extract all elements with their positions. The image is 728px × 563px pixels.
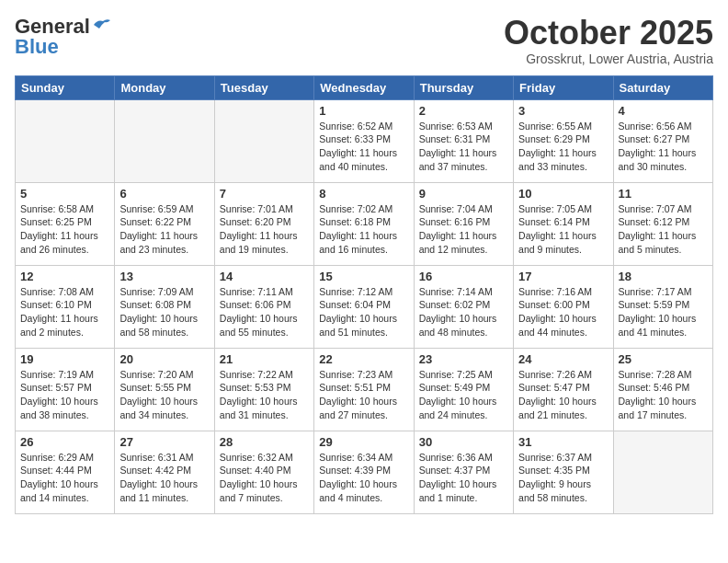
day-info: Sunrise: 6:36 AMSunset: 4:37 PMDaylight:… <box>419 451 508 505</box>
weekday-header-monday: Monday <box>115 75 214 99</box>
day-info: Sunrise: 6:34 AMSunset: 4:39 PMDaylight:… <box>319 451 408 505</box>
day-number: 6 <box>119 187 209 201</box>
day-number: 4 <box>619 104 708 118</box>
day-number: 15 <box>319 270 408 283</box>
day-number: 10 <box>518 187 608 201</box>
day-info: Sunrise: 6:37 AMSunset: 4:35 PMDaylight:… <box>518 451 608 505</box>
day-number: 18 <box>619 270 708 283</box>
day-number: 17 <box>518 270 608 283</box>
day-info: Sunrise: 7:09 AMSunset: 6:08 PMDaylight:… <box>119 285 209 339</box>
calendar-cell: 30Sunrise: 6:36 AMSunset: 4:37 PMDayligh… <box>414 431 513 513</box>
day-info: Sunrise: 6:58 AMSunset: 6:25 PMDaylight:… <box>20 202 109 257</box>
calendar-cell: 29Sunrise: 6:34 AMSunset: 4:39 PMDayligh… <box>314 431 414 513</box>
day-info: Sunrise: 6:56 AMSunset: 6:27 PMDaylight:… <box>619 120 708 174</box>
day-number: 7 <box>220 187 309 201</box>
day-info: Sunrise: 7:11 AMSunset: 6:06 PMDaylight:… <box>220 285 309 339</box>
day-info: Sunrise: 7:20 AMSunset: 5:55 PMDaylight:… <box>119 368 209 422</box>
day-number: 26 <box>20 435 109 449</box>
calendar-cell: 9Sunrise: 7:04 AMSunset: 6:16 PMDaylight… <box>414 182 513 265</box>
weekday-header-tuesday: Tuesday <box>214 75 313 99</box>
week-row-4: 19Sunrise: 7:19 AMSunset: 5:57 PMDayligh… <box>16 348 713 431</box>
week-row-2: 5Sunrise: 6:58 AMSunset: 6:25 PMDaylight… <box>16 182 713 265</box>
calendar-cell: 23Sunrise: 7:25 AMSunset: 5:49 PMDayligh… <box>414 348 513 431</box>
day-number: 22 <box>319 352 408 366</box>
weekday-header-row: SundayMondayTuesdayWednesdayThursdayFrid… <box>16 75 713 99</box>
calendar-cell: 7Sunrise: 7:01 AMSunset: 6:20 PMDaylight… <box>214 182 313 265</box>
logo: General Blue <box>15 15 112 59</box>
calendar-cell: 14Sunrise: 7:11 AMSunset: 6:06 PMDayligh… <box>214 265 313 348</box>
day-info: Sunrise: 6:55 AMSunset: 6:29 PMDaylight:… <box>518 120 608 174</box>
calendar-cell: 31Sunrise: 6:37 AMSunset: 4:35 PMDayligh… <box>514 431 613 513</box>
day-info: Sunrise: 7:25 AMSunset: 5:49 PMDaylight:… <box>419 368 508 422</box>
calendar-cell: 5Sunrise: 6:58 AMSunset: 6:25 PMDaylight… <box>16 182 115 265</box>
calendar-cell: 16Sunrise: 7:14 AMSunset: 6:02 PMDayligh… <box>414 265 513 348</box>
day-number: 14 <box>220 270 309 283</box>
day-info: Sunrise: 7:01 AMSunset: 6:20 PMDaylight:… <box>220 202 309 257</box>
day-number: 8 <box>319 187 408 201</box>
calendar-cell: 26Sunrise: 6:29 AMSunset: 4:44 PMDayligh… <box>16 431 115 513</box>
day-info: Sunrise: 6:32 AMSunset: 4:40 PMDaylight:… <box>220 451 309 505</box>
day-number: 31 <box>518 435 608 449</box>
day-number: 27 <box>119 435 209 449</box>
day-number: 11 <box>619 187 708 201</box>
day-number: 23 <box>419 352 508 366</box>
calendar-cell <box>115 99 214 182</box>
calendar-cell <box>16 99 115 182</box>
day-info: Sunrise: 7:22 AMSunset: 5:53 PMDaylight:… <box>220 368 309 422</box>
day-info: Sunrise: 7:05 AMSunset: 6:14 PMDaylight:… <box>518 202 608 257</box>
weekday-header-sunday: Sunday <box>16 75 115 99</box>
title-section: October 2025 Grosskrut, Lower Austria, A… <box>504 15 713 66</box>
day-info: Sunrise: 7:07 AMSunset: 6:12 PMDaylight:… <box>619 202 708 257</box>
day-info: Sunrise: 6:31 AMSunset: 4:42 PMDaylight:… <box>119 451 209 505</box>
calendar-cell: 22Sunrise: 7:23 AMSunset: 5:51 PMDayligh… <box>314 348 414 431</box>
logo-bird-icon <box>92 17 112 32</box>
calendar-cell: 28Sunrise: 6:32 AMSunset: 4:40 PMDayligh… <box>214 431 313 513</box>
day-number: 13 <box>119 270 209 283</box>
day-info: Sunrise: 7:26 AMSunset: 5:47 PMDaylight:… <box>518 368 608 422</box>
day-info: Sunrise: 6:53 AMSunset: 6:31 PMDaylight:… <box>419 120 508 174</box>
calendar-table: SundayMondayTuesdayWednesdayThursdayFrid… <box>15 75 713 514</box>
calendar-cell: 21Sunrise: 7:22 AMSunset: 5:53 PMDayligh… <box>214 348 313 431</box>
day-info: Sunrise: 7:08 AMSunset: 6:10 PMDaylight:… <box>20 285 109 339</box>
calendar-cell: 15Sunrise: 7:12 AMSunset: 6:04 PMDayligh… <box>314 265 414 348</box>
calendar-cell: 12Sunrise: 7:08 AMSunset: 6:10 PMDayligh… <box>16 265 115 348</box>
calendar-cell <box>613 431 712 513</box>
day-info: Sunrise: 7:23 AMSunset: 5:51 PMDaylight:… <box>319 368 408 422</box>
weekday-header-friday: Friday <box>514 75 613 99</box>
day-number: 5 <box>20 187 109 201</box>
day-info: Sunrise: 6:59 AMSunset: 6:22 PMDaylight:… <box>119 202 209 257</box>
calendar-cell: 27Sunrise: 6:31 AMSunset: 4:42 PMDayligh… <box>115 431 214 513</box>
day-number: 19 <box>20 352 109 366</box>
day-number: 20 <box>119 352 209 366</box>
day-info: Sunrise: 7:17 AMSunset: 5:59 PMDaylight:… <box>619 285 708 339</box>
weekday-header-wednesday: Wednesday <box>314 75 414 99</box>
day-number: 30 <box>419 435 508 449</box>
calendar-cell: 6Sunrise: 6:59 AMSunset: 6:22 PMDaylight… <box>115 182 214 265</box>
day-number: 1 <box>319 104 408 118</box>
calendar-cell: 19Sunrise: 7:19 AMSunset: 5:57 PMDayligh… <box>16 348 115 431</box>
calendar-cell: 20Sunrise: 7:20 AMSunset: 5:55 PMDayligh… <box>115 348 214 431</box>
calendar-cell: 2Sunrise: 6:53 AMSunset: 6:31 PMDaylight… <box>414 99 513 182</box>
day-number: 21 <box>220 352 309 366</box>
calendar-cell: 17Sunrise: 7:16 AMSunset: 6:00 PMDayligh… <box>514 265 613 348</box>
day-number: 28 <box>220 435 309 449</box>
day-number: 3 <box>518 104 608 118</box>
day-number: 2 <box>419 104 508 118</box>
day-number: 25 <box>619 352 708 366</box>
day-info: Sunrise: 7:04 AMSunset: 6:16 PMDaylight:… <box>419 202 508 257</box>
day-info: Sunrise: 7:14 AMSunset: 6:02 PMDaylight:… <box>419 285 508 339</box>
day-info: Sunrise: 6:52 AMSunset: 6:33 PMDaylight:… <box>319 120 408 174</box>
calendar-cell: 13Sunrise: 7:09 AMSunset: 6:08 PMDayligh… <box>115 265 214 348</box>
week-row-5: 26Sunrise: 6:29 AMSunset: 4:44 PMDayligh… <box>16 431 713 513</box>
day-number: 12 <box>20 270 109 283</box>
calendar-cell: 10Sunrise: 7:05 AMSunset: 6:14 PMDayligh… <box>514 182 613 265</box>
calendar-cell: 18Sunrise: 7:17 AMSunset: 5:59 PMDayligh… <box>613 265 712 348</box>
calendar-cell: 1Sunrise: 6:52 AMSunset: 6:33 PMDaylight… <box>314 99 414 182</box>
day-info: Sunrise: 7:02 AMSunset: 6:18 PMDaylight:… <box>319 202 408 257</box>
weekday-header-thursday: Thursday <box>414 75 513 99</box>
day-number: 9 <box>419 187 508 201</box>
page-header: General Blue October 2025 Grosskrut, Low… <box>15 15 713 66</box>
calendar-cell: 11Sunrise: 7:07 AMSunset: 6:12 PMDayligh… <box>613 182 712 265</box>
calendar-cell: 25Sunrise: 7:28 AMSunset: 5:46 PMDayligh… <box>613 348 712 431</box>
calendar-cell: 8Sunrise: 7:02 AMSunset: 6:18 PMDaylight… <box>314 182 414 265</box>
